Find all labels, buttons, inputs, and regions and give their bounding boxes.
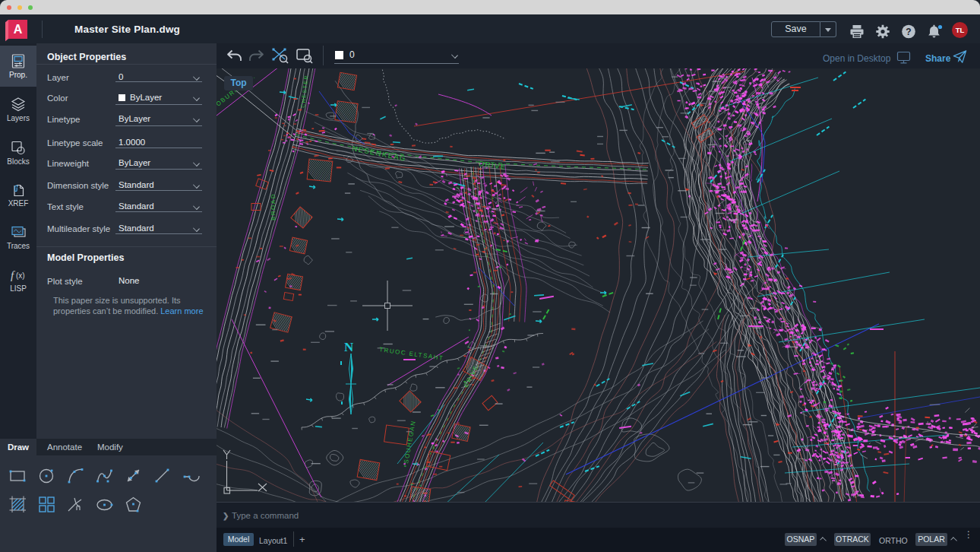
svg-text:DRIVE: DRIVE <box>479 159 507 171</box>
svg-text:?: ? <box>906 27 911 37</box>
svg-text:(x): (x) <box>16 271 25 280</box>
svg-text:CHESTER: CHESTER <box>300 75 309 108</box>
svg-text:N: N <box>344 340 354 354</box>
svg-text:f: f <box>11 269 15 281</box>
svg-text:BROAD: BROAD <box>270 193 277 220</box>
